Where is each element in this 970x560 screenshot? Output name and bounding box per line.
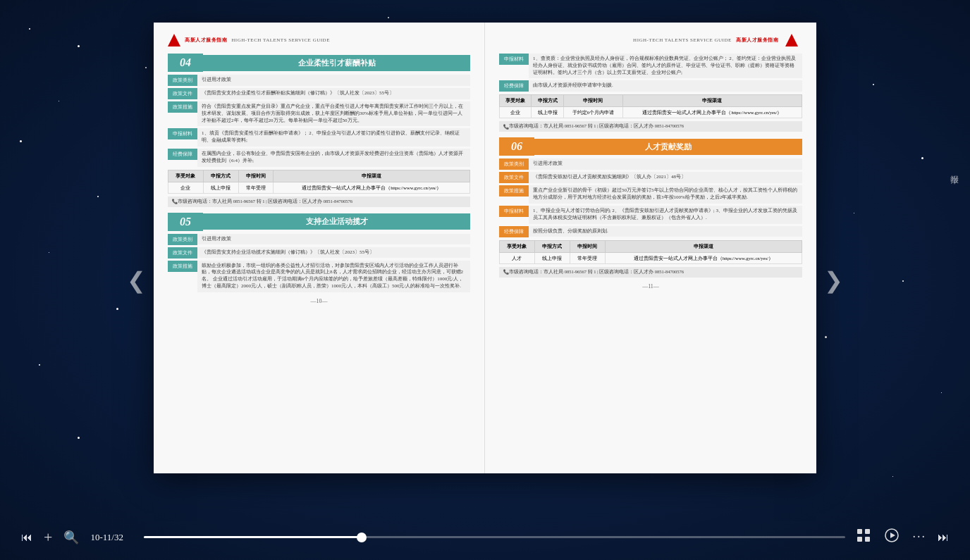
apply-row-finance: 经费保障 由市级人才资源并经联申请审中划拨. xyxy=(499,80,802,92)
s04-td-channel: 通过贵阳贵安一站式人才网上办事平台（https://www.gyrc.cn/ye… xyxy=(274,182,470,193)
apply-td-target: 企业 xyxy=(500,107,532,118)
svg-rect-1 xyxy=(865,529,870,534)
s04-content-category: 引进用才政策 xyxy=(197,75,470,86)
s04-row-measures: 政策措施 符合《贵阳贵安重点发展产业目录》重点产化企业，重点平台柔性引进人才每年… xyxy=(168,101,470,126)
s06-label-finance: 经费保障 xyxy=(499,226,529,237)
s06-th-channel: 申报渠道 xyxy=(605,240,802,252)
s06-td-time: 常年受理 xyxy=(570,252,605,263)
s05-label-category: 政策类别 xyxy=(168,234,197,245)
progress-fill xyxy=(144,536,361,538)
s06-td-channel: 通过贵阳贵安一站式人才网上办事平台（https://www.gyrc.cn/ye… xyxy=(605,252,802,263)
s06-row-finance: 经费保障 按照分级负责、分级奖励的原则划. xyxy=(499,226,802,237)
s06-th-time: 申报时间 xyxy=(570,240,605,252)
s06-content-file: 《贵阳贵安鼓励引进人才贡献奖励实施细则》〔筑人办〔2021〕48号〕 xyxy=(529,172,802,183)
s04-table: 享受对象 申报方式 申报时间 申报渠道 企业 线上申报 常年受理 通过贵阳贵安一… xyxy=(168,170,470,194)
s06-label-materials: 申报材料 xyxy=(499,206,529,217)
s06-row-materials: 申报材料 1、申报企业与人才签订劳动合同的; 2、《贵阳贵安鼓励引进人才贡献奖励… xyxy=(499,206,802,224)
last-page-button[interactable]: ⏭ xyxy=(938,531,949,544)
section-04-number: 04 xyxy=(168,54,203,72)
s04-label-category: 政策类别 xyxy=(168,75,197,86)
section-04-title: 企业柔性引才薪酬补贴 xyxy=(203,55,470,71)
search-button[interactable]: 🔍 xyxy=(63,530,79,545)
s05-content-category: 引进用才政策 xyxy=(197,234,470,245)
table-row: 企业 线上申报 于约定6个月内申请 通过贵阳贵安一站式人才网上办事平台（http… xyxy=(500,107,802,118)
progress-bar[interactable] xyxy=(144,536,845,538)
s06-row-measures: 政策措施 重点产业企业新引进的骨干（初级）超过50万元并签订5年以上劳动合同的企… xyxy=(499,185,802,204)
s06-th-target: 享受对象 xyxy=(500,240,535,252)
s05-content-measures: 鼓励企业积极参加，市统一组织的各类公益性人才招引活动，对参加贵阳贵安区域内人才引… xyxy=(197,261,470,292)
phone-icon-right: 📞 xyxy=(503,269,509,275)
s04-contact: 📞 市级咨询电话：市人社局 0851-96567 转 1 | 区级咨询电话：区人… xyxy=(168,197,470,207)
s06-content-materials: 1、申报企业与人才签订劳动合同的; 2、《贵阳贵安鼓励引进人才贡献奖励申请表》;… xyxy=(529,206,802,224)
section-06: 06 人才贡献奖励 政策类别 引进用才政策 政策文件 《贵阳贵安鼓励引进人才贡献… xyxy=(499,137,802,277)
s06-content-category: 引进用才政策 xyxy=(529,158,802,170)
phone-icon: 📞 xyxy=(503,124,509,130)
svg-rect-2 xyxy=(857,537,862,542)
prev-page-arrow[interactable]: ❮ xyxy=(127,267,146,294)
more-options-button[interactable]: ··· xyxy=(913,530,927,545)
apply-td-time: 于约定6个月内申请 xyxy=(563,107,622,118)
left-header-text: 高新人才服务指南 HIGH-TECH TALENTS SERVICE GUIDE xyxy=(185,37,330,44)
apply-label-finance: 经费保障 xyxy=(499,80,529,92)
apply-content-materials: 1、查资质：企业营业执照及经办人身份证，符合规模标准的业数典凭证、企业对公账户；… xyxy=(529,54,802,78)
play-button[interactable] xyxy=(885,528,899,546)
section-06-number: 06 xyxy=(499,137,534,156)
next-page-arrow[interactable]: ❯ xyxy=(824,267,843,294)
grid-view-button[interactable] xyxy=(857,528,871,546)
table-row: 人才 线上申报 常年受理 通过贵阳贵安一站式人才网上办事平台（https://w… xyxy=(500,252,802,263)
section-06-title: 人才贡献奖励 xyxy=(534,139,802,155)
apply-content-finance: 由市级人才资源并经联申请审中划拨. xyxy=(529,80,802,92)
bottom-toolbar: ⏮ + 🔍 10-11/32 ··· ⏭ xyxy=(0,514,970,560)
table-row: 企业 线上申报 常年受理 通过贵阳贵安一站式人才网上办事平台（https://w… xyxy=(168,182,470,193)
s06-row-category: 政策类别 引进用才政策 xyxy=(499,158,802,170)
section-05: 05 支持企业活动揽才 政策类别 引进用才政策 政策文件 《贵阳贵安支持企业活动… xyxy=(168,213,470,292)
s04-label-finance: 经费保障 xyxy=(168,149,197,160)
apply-td-method: 线上申报 xyxy=(532,107,563,118)
s06-td-method: 线上申报 xyxy=(534,252,570,263)
s06-content-finance: 按照分级负责、分级奖励的原则划. xyxy=(529,226,802,237)
apply-contact: 📞 市级咨询电话：市人社局 0851-96567 转 1 | 区级咨询电话：区人… xyxy=(499,121,802,132)
s06-contact: 📞 市级咨询电话：市人社局 0851-96567 转 1 | 区级咨询电话：区人… xyxy=(499,267,802,278)
apply-td-channel: 通过贵阳贵安一站式人才网上办事平台（https://www.gyrc.cn/ye… xyxy=(622,107,802,118)
apply-label-materials: 申报材料 xyxy=(499,54,529,65)
s04-th-channel: 申报渠道 xyxy=(274,170,470,182)
s04-th-time: 申报时间 xyxy=(238,170,274,182)
right-header-text: HIGH-TECH TALENTS SERVICE GUIDE 高新人才服务指南 xyxy=(633,37,781,44)
section-05-title: 支持企业活动揽才 xyxy=(203,213,470,230)
logo-icon-left xyxy=(168,34,180,46)
apply-row-materials: 申报材料 1、查资质：企业营业执照及经办人身份证，符合规模标准的业数典凭证、企业… xyxy=(499,54,802,78)
first-page-button[interactable]: ⏮ xyxy=(21,531,32,544)
page-indicator: 10-11/32 xyxy=(90,532,133,543)
svg-marker-5 xyxy=(890,533,895,538)
apply-table: 享受对象 申报方式 申报时间 申报渠道 企业 线上申报 于约定6个月内申请 通过… xyxy=(499,94,802,118)
s05-label-file: 政策文件 xyxy=(168,247,197,259)
page-left: 高新人才服务指南 HIGH-TECH TALENTS SERVICE GUIDE… xyxy=(154,23,485,473)
s04-td-target: 企业 xyxy=(168,182,204,193)
progress-thumb[interactable] xyxy=(357,533,367,542)
logo-icon-right xyxy=(785,34,798,46)
s06-td-target: 人才 xyxy=(500,252,535,263)
s04-content-finance: 在属围内企业，非公有制企业、申贵阳贵安国有企业的，由市级人才资源开发经费进行企业… xyxy=(197,149,470,167)
s04-label-materials: 申报材料 xyxy=(168,128,197,139)
s04-row-category: 政策类别 引进用才政策 xyxy=(168,75,470,86)
s04-th-target: 享受对象 xyxy=(168,170,204,182)
svg-rect-0 xyxy=(857,529,862,534)
s04-label-file: 政策文件 xyxy=(168,88,197,99)
s04-row-finance: 经费保障 在属围内企业，非公有制企业、申贵阳贵安国有企业的，由市级人才资源开发经… xyxy=(168,149,470,167)
s04-th-method: 申报方式 xyxy=(203,170,238,182)
apply-th-time: 申报时间 xyxy=(563,95,622,107)
s05-label-measures: 政策措施 xyxy=(168,261,197,272)
s05-row-measures: 政策措施 鼓励企业积极参加，市统一组织的各类公益性人才招引活动，对参加贵阳贵安区… xyxy=(168,261,470,292)
s06-label-category: 政策类别 xyxy=(499,158,529,170)
apply-th-channel: 申报渠道 xyxy=(622,95,802,107)
report-label[interactable]: 举报 xyxy=(948,168,960,392)
s05-row-file: 政策文件 《贵阳贵安支持企业活动揽才实施细则（修订稿）》〔筑人社发〔2023〕5… xyxy=(168,247,470,259)
phone-icon: 📞 xyxy=(172,199,178,204)
right-page-number: —11— xyxy=(499,283,802,290)
s04-content-measures: 符合《贵阳贵安重点发展产业目录》重点产化企业，重点平台柔性引进人才每年离贵阳贵安… xyxy=(197,101,470,126)
s06-label-file: 政策文件 xyxy=(499,172,529,183)
s05-content-file: 《贵阳贵安支持企业活动揽才实施细则（修订稿）》〔筑人社发〔2023〕55号〕 xyxy=(197,247,470,259)
right-page-header: HIGH-TECH TALENTS SERVICE GUIDE 高新人才服务指南 xyxy=(499,34,802,46)
section-05-title-bar: 05 支持企业活动揽才 xyxy=(168,213,470,231)
add-button[interactable]: + xyxy=(44,528,52,547)
